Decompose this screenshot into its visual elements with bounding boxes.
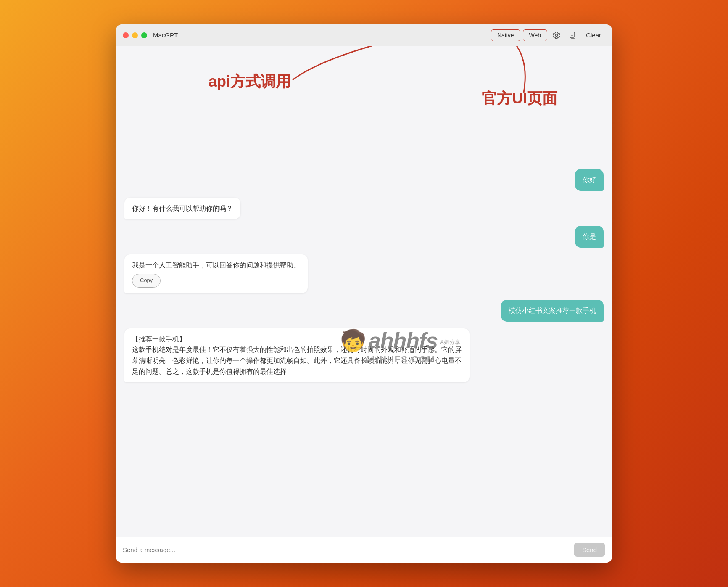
traffic-lights	[123, 32, 147, 38]
input-bar: Send	[116, 537, 612, 563]
message-bubble-assistant-1: 你好！有什么我可以帮助你的吗？	[124, 198, 240, 219]
maximize-button[interactable]	[141, 32, 147, 38]
minimize-button[interactable]	[132, 32, 138, 38]
message-bubble-user-2: 你是	[575, 226, 604, 248]
annotation-api-label: api方式调用	[208, 71, 291, 92]
message-row-1: 你好	[124, 169, 604, 191]
titlebar-actions: Native Web Clear	[491, 29, 605, 42]
message-row-2: 你好！有什么我可以帮助你的吗？	[124, 198, 604, 219]
chat-area[interactable]: 🧒 ahhhfs A姐分享 AHHHFS.COM 你好 你好！有什么我可以帮助你…	[116, 164, 612, 537]
message-row-5: 模仿小红书文案推荐一款手机	[124, 300, 604, 322]
web-mode-button[interactable]: Web	[523, 29, 548, 41]
message-row-4: 我是一个人工智能助手，可以回答你的问题和提供帮助。 Copy	[124, 254, 604, 293]
message-bubble-user-1: 你好	[575, 169, 604, 191]
clear-button[interactable]: Clear	[582, 30, 605, 40]
annotation-ui-label: 官方UI页面	[482, 88, 557, 109]
svg-rect-1	[570, 32, 574, 37]
message-bubble-user-3: 模仿小红书文案推荐一款手机	[501, 300, 604, 322]
message-input[interactable]	[123, 546, 570, 553]
send-button[interactable]: Send	[574, 543, 605, 557]
message-row-3: 你是	[124, 226, 604, 248]
copy-icon-button[interactable]	[566, 29, 579, 42]
message-row-6: 【推荐一款手机】 这款手机绝对是年度最佳！它不仅有着强大的性能和出色的拍照效果，…	[124, 328, 604, 382]
close-button[interactable]	[123, 32, 129, 38]
message-bubble-assistant-3: 【推荐一款手机】 这款手机绝对是年度最佳！它不仅有着强大的性能和出色的拍照效果，…	[124, 328, 470, 382]
app-window: MacGPT Native Web Clear	[116, 24, 612, 563]
message-bubble-assistant-2: 我是一个人工智能助手，可以回答你的问题和提供帮助。 Copy	[124, 254, 308, 293]
annotation-area: api方式调用 官方UI页面	[116, 46, 612, 164]
settings-button[interactable]	[550, 29, 563, 42]
app-title: MacGPT	[153, 32, 178, 39]
gear-icon	[552, 31, 561, 40]
native-mode-button[interactable]: Native	[491, 29, 520, 41]
clipboard-icon	[568, 31, 577, 40]
titlebar: MacGPT Native Web Clear	[116, 24, 612, 46]
copy-button[interactable]: Copy	[132, 274, 161, 288]
